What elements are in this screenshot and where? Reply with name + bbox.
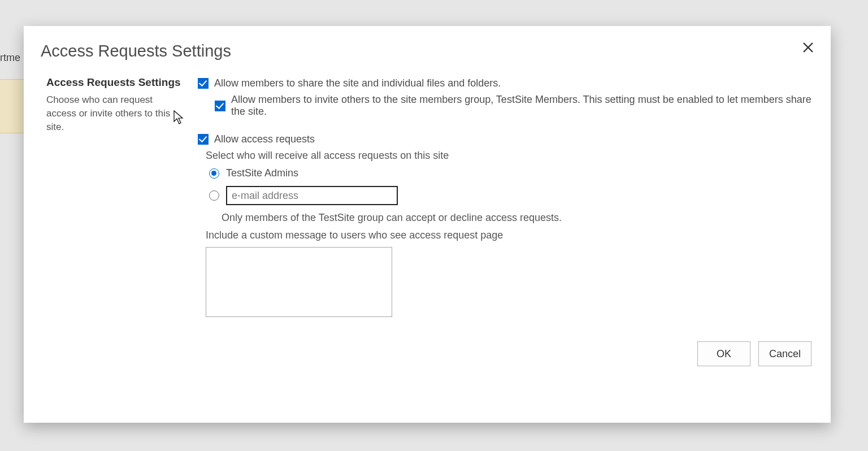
select-receiver-label: Select who will receive all access reque… xyxy=(206,150,814,162)
custom-message-label: Include a custom message to users who se… xyxy=(206,229,814,241)
cancel-button[interactable]: Cancel xyxy=(758,341,811,366)
radio-admins-label: TestSite Admins xyxy=(226,167,298,179)
radio-admins[interactable] xyxy=(209,168,219,179)
dialog-right-column: Allow members to share the site and indi… xyxy=(193,73,814,320)
ok-button[interactable]: OK xyxy=(697,341,750,366)
access-requests-dialog: Access Requests Settings Access Requests… xyxy=(24,26,831,423)
restriction-note: Only members of the TestSite group can a… xyxy=(222,212,814,224)
dialog-left-column: Access Requests Settings Choose who can … xyxy=(41,73,193,133)
allow-invite-checkbox[interactable] xyxy=(215,101,225,111)
radio-email[interactable] xyxy=(209,190,219,201)
email-input[interactable] xyxy=(226,186,398,205)
close-button[interactable] xyxy=(797,36,819,59)
allow-requests-checkbox[interactable] xyxy=(198,134,209,145)
close-icon xyxy=(803,42,813,53)
allow-invite-label: Allow members to invite others to the si… xyxy=(231,94,814,118)
allow-share-checkbox[interactable] xyxy=(198,78,209,89)
allow-requests-label: Allow access requests xyxy=(214,133,315,145)
dialog-button-row: OK Cancel xyxy=(697,341,811,366)
dialog-title: Access Requests Settings xyxy=(41,42,814,60)
custom-message-textarea[interactable] xyxy=(206,247,392,317)
section-heading: Access Requests Settings xyxy=(46,76,193,89)
section-description: Choose who can request access or invite … xyxy=(46,93,171,133)
allow-share-label: Allow members to share the site and indi… xyxy=(214,77,501,89)
